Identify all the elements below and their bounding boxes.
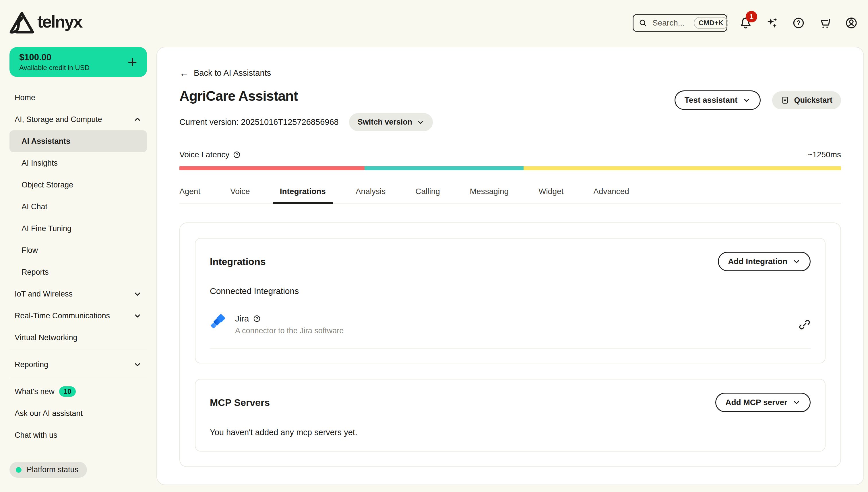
telnyx-logo[interactable]: telnyx [8,11,82,35]
telnyx-logo-text: telnyx [37,13,82,33]
voice-latency-bar [179,166,841,170]
sidebar-item-object-storage[interactable]: Object Storage [9,174,147,196]
integration-info: Jira?A connector to the Jira software [235,314,344,335]
add-mcp-server-label: Add MCP server [725,398,787,407]
search-input[interactable] [652,18,689,28]
sidebar-item-virtual-networking[interactable]: Virtual Networking [9,327,147,348]
sidebar-item-label: Real-Time Communications [15,312,110,320]
help-icon: ? [792,16,805,29]
sidebar-item-real-time-communications[interactable]: Real-Time Communications [9,305,147,327]
add-mcp-server-button[interactable]: Add MCP server [715,393,811,412]
back-arrow-icon: ← [179,68,189,78]
sidebar-item-home[interactable]: Home [9,87,147,108]
sidebar-item-label: Flow [22,246,38,255]
sidebar-item-label: AI, Storage and Compute [15,115,102,124]
document-icon [781,96,789,104]
header-actions: Test assistant Quickstart [674,91,841,110]
sidebar-item-ai-chat[interactable]: AI Chat [9,196,147,218]
quickstart-button[interactable]: Quickstart [772,91,841,109]
sidebar-item-what-s-new[interactable]: What's new10 [9,380,147,402]
platform-status-label: Platform status [27,465,78,474]
sidebar-bottom: Platform status [9,462,147,478]
integration-description: A connector to the Jira software [235,326,344,335]
integrations-section: Integrations Add Integration Connected I… [179,222,841,467]
switch-version-button[interactable]: Switch version [349,113,433,131]
sidebar-item-label: What's new [15,387,54,396]
help-button[interactable]: ? [792,16,805,30]
tab-agent[interactable]: Agent [179,187,200,203]
status-dot-icon [16,467,22,473]
back-link-label: Back to AI Assistants [194,68,271,78]
tab-messaging[interactable]: Messaging [470,187,509,203]
notification-count-badge: 1 [746,11,757,22]
add-integration-label: Add Integration [728,257,787,266]
mcp-empty-text: You haven't added any mcp servers yet. [210,428,811,437]
tab-voice[interactable]: Voice [230,187,250,203]
header-icons: 1 ? [739,16,858,30]
tab-advanced[interactable]: Advanced [593,187,629,203]
sidebar-item-ai-fine-tuning[interactable]: AI Fine Tuning [9,218,147,239]
help-circle-icon[interactable]: ? [233,151,241,159]
integrations-title: Integrations [210,256,266,267]
sidebar-item-label: AI Chat [22,202,47,211]
svg-text:?: ? [256,316,258,321]
notifications-button[interactable]: 1 [739,16,752,30]
sidebar-item-flow[interactable]: Flow [9,239,147,261]
switch-version-label: Switch version [358,118,413,127]
connected-integrations-list: Jira?A connector to the Jira software [210,314,811,349]
sidebar-item-iot-and-wireless[interactable]: IoT and Wireless [9,283,147,305]
platform-status-button[interactable]: Platform status [9,462,87,478]
search-shortcut-badge: CMD+K [694,17,728,29]
main-panel: ← Back to AI Assistants AgriCare Assista… [156,47,864,485]
test-assistant-button[interactable]: Test assistant [674,91,761,110]
tab-integrations[interactable]: Integrations [280,187,326,203]
sidebar-divider [9,351,147,351]
tab-widget[interactable]: Widget [539,187,564,203]
sidebar-item-chat-with-us[interactable]: Chat with us [9,424,147,446]
sidebar-nav: HomeAI, Storage and ComputeAI Assistants… [9,87,147,446]
tab-analysis[interactable]: Analysis [356,187,386,203]
cart-button[interactable] [818,16,832,30]
sidebar-item-label: Object Storage [22,180,73,190]
test-assistant-label: Test assistant [685,96,738,105]
sidebar-item-label: Reports [22,268,49,277]
sidebar-item-ask-our-ai-assistant[interactable]: Ask our AI assistant [9,402,147,424]
sidebar-item-label: Ask our AI assistant [15,409,83,418]
page-layout: $100.00 Available credit in USD + HomeAI… [0,46,868,492]
sidebar-item-label: Virtual Networking [15,333,77,342]
sidebar-divider [9,378,147,378]
latency-segment-high [524,166,841,170]
top-bar: telnyx CMD+K 1 [0,0,868,46]
tab-calling[interactable]: Calling [415,187,440,203]
sidebar-item-label: AI Fine Tuning [22,224,72,233]
help-circle-icon[interactable]: ? [253,315,261,323]
chevron-down-icon [793,398,800,407]
ai-sparkles-button[interactable] [765,16,779,30]
credit-widget[interactable]: $100.00 Available credit in USD + [9,47,147,77]
disconnect-integration-button[interactable] [798,319,811,331]
add-credit-icon[interactable]: + [127,54,137,70]
sidebar-item-ai-storage-and-compute[interactable]: AI, Storage and Compute [9,108,147,130]
chevron-down-icon [417,119,424,126]
version-row: Current version: 20251016T125726856968 S… [179,113,841,131]
sidebar-item-label: Home [15,93,35,102]
add-integration-button[interactable]: Add Integration [718,252,811,271]
sidebar-item-ai-assistants[interactable]: AI Assistants [9,130,147,152]
voice-latency-widget: Voice Latency ? ~1250ms [179,150,841,170]
svg-text:?: ? [235,152,238,157]
account-button[interactable] [844,16,858,30]
topbar-right: CMD+K 1 [633,14,858,32]
sidebar-item-ai-insights[interactable]: AI Insights [9,152,147,174]
credit-info: $100.00 Available credit in USD [19,52,90,72]
connected-integrations-heading: Connected Integrations [210,286,811,296]
back-link[interactable]: ← Back to AI Assistants [179,68,271,78]
sidebar: $100.00 Available credit in USD + HomeAI… [0,46,156,492]
voice-latency-label: Voice Latency [179,150,229,159]
sidebar-item-reports[interactable]: Reports [9,261,147,283]
sidebar-item-reporting[interactable]: Reporting [9,354,147,375]
integration-row-jira: Jira?A connector to the Jira software [210,314,811,349]
chevron-down-icon [793,257,800,266]
search-box[interactable]: CMD+K [633,14,727,32]
tab-bar: AgentVoiceIntegrationsAnalysisCallingMes… [179,187,841,204]
voice-latency-label-row: Voice Latency ? [179,150,241,159]
